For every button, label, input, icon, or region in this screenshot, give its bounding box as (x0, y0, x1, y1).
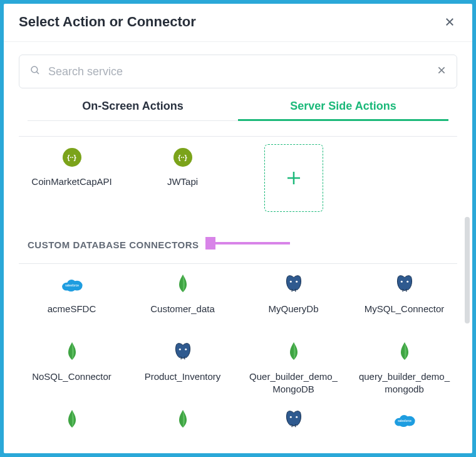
connector-label: query_builder_demo_mongodb (358, 370, 452, 396)
connector-label: Quer_builder_demo_MongoDB (247, 370, 341, 396)
search-icon (29, 65, 41, 78)
mongo-icon (284, 343, 303, 362)
postgres-icon (284, 409, 303, 431)
svg-point-14 (296, 416, 298, 418)
svg-point-9 (400, 281, 402, 283)
db-connector-item[interactable]: NoSQL_Connector (19, 343, 125, 399)
postgres-icon (173, 342, 192, 363)
db-connector-item[interactable]: MySQL_Connector (351, 275, 457, 332)
mongo-icon (173, 411, 192, 429)
db-connector-item[interactable]: salesforce (351, 411, 457, 453)
action-connector-modal: Select Action or Connector On-Screen Act… (4, 4, 472, 453)
db-connector-item[interactable] (241, 411, 346, 453)
svg-point-0 (31, 66, 38, 73)
db-connectors-grid: salesforce acmeSFDC Customer_data MyQuer… (19, 275, 457, 453)
mongodb-icon (67, 409, 77, 431)
db-connector-item[interactable]: Customer_data (130, 275, 235, 332)
search-input[interactable] (48, 65, 437, 78)
tab-on-screen-actions[interactable]: On-Screen Actions (28, 100, 238, 120)
db-connector-item[interactable] (130, 411, 235, 453)
tab-server-side-actions[interactable]: Server Side Actions (238, 100, 448, 120)
svg-point-8 (296, 281, 298, 283)
svg-point-12 (185, 349, 187, 350)
svg-point-10 (406, 281, 408, 283)
postgres-icon (173, 343, 192, 362)
salesforce-icon: salesforce (393, 412, 416, 428)
clear-search-icon[interactable] (437, 65, 447, 78)
db-connector-item[interactable]: query_builder_demo_mongodb (351, 343, 457, 399)
postgres-icon (284, 275, 303, 294)
divider (19, 136, 457, 137)
salesforce-icon: salesforce (395, 411, 414, 429)
db-connector-item[interactable]: MyQueryDb (241, 275, 346, 332)
mongo-icon (395, 343, 414, 362)
connector-label: MyQueryDb (268, 303, 318, 315)
mongodb-icon (178, 274, 188, 295)
connector-coinmarketcap[interactable]: {··} CoinMarketCapAPI (19, 148, 125, 212)
connector-label: CoinMarketCapAPI (31, 176, 111, 188)
salesforce-icon: salesforce (60, 277, 84, 292)
db-connector-item[interactable] (19, 411, 125, 453)
mongo-icon (63, 411, 81, 429)
modal-body: On-Screen Actions Server Side Actions {·… (4, 42, 472, 453)
scrollbar[interactable] (465, 217, 470, 323)
db-connector-item[interactable]: Quer_builder_demo_MongoDB (241, 343, 346, 399)
divider (19, 263, 457, 264)
mongo-icon (63, 343, 81, 362)
svg-text:salesforce: salesforce (398, 419, 411, 423)
svg-point-11 (178, 349, 180, 350)
db-connector-item[interactable]: Product_Inventory (130, 343, 235, 399)
add-connector-tile[interactable] (241, 148, 346, 212)
postgres-icon (395, 274, 414, 295)
connector-label: Product_Inventory (145, 370, 221, 383)
close-icon[interactable] (442, 14, 457, 29)
annotation-arrow-icon (205, 237, 293, 252)
mongodb-icon (178, 409, 188, 431)
mongodb-icon (289, 342, 299, 363)
connector-label: acmeSFDC (48, 303, 96, 315)
mongodb-icon (400, 342, 410, 363)
db-connector-item[interactable]: salesforce acmeSFDC (19, 275, 125, 332)
search-bar (19, 55, 457, 88)
api-connectors-grid: {··} CoinMarketCapAPI {··} JWTapi (19, 148, 457, 223)
postgres-icon (284, 274, 303, 295)
api-badge-icon: {··} (63, 148, 81, 167)
tabs: On-Screen Actions Server Side Actions (28, 100, 448, 121)
svg-point-7 (289, 281, 291, 283)
svg-text:salesforce: salesforce (65, 284, 79, 287)
postgres-icon (395, 275, 414, 294)
connector-label: JWTapi (167, 176, 198, 188)
mongodb-icon (67, 342, 77, 363)
salesforce-icon: salesforce (63, 275, 81, 294)
plus-icon[interactable] (264, 144, 323, 212)
connector-jwtapi[interactable]: {··} JWTapi (130, 148, 235, 212)
postgres-icon (284, 411, 303, 429)
svg-point-13 (289, 416, 291, 418)
connector-label: MySQL_Connector (365, 303, 445, 315)
modal-header: Select Action or Connector (4, 4, 472, 42)
api-badge-icon: {··} (173, 148, 192, 167)
connector-label: Customer_data (150, 303, 215, 315)
db-section-heading: CUSTOM DATABASE CONNECTORS (28, 239, 199, 250)
db-section-heading-row: CUSTOM DATABASE CONNECTORS (28, 237, 457, 252)
connector-label: NoSQL_Connector (32, 370, 111, 383)
modal-title: Select Action or Connector (19, 14, 196, 30)
mongo-icon (173, 275, 192, 294)
